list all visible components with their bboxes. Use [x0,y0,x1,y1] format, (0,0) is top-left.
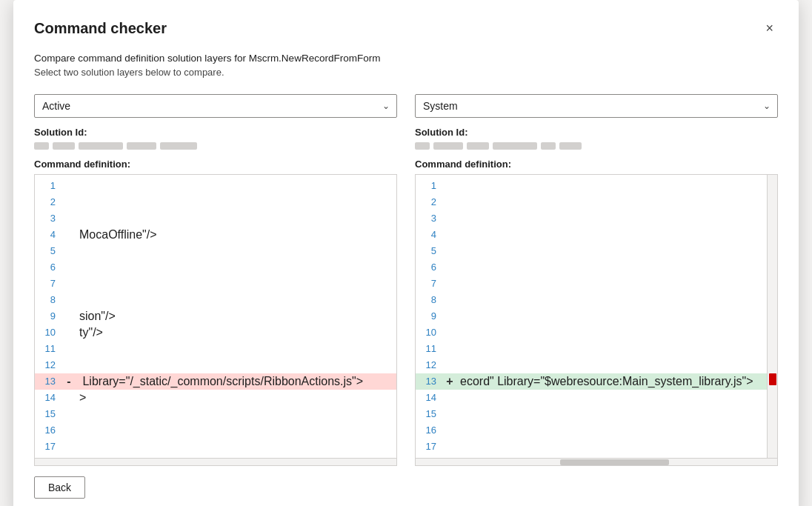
left-diff-marker-2 [61,194,76,210]
right-line-content-1 [457,178,767,194]
right-code-editor[interactable]: 12345678910111213+ecord" Library="$webre… [415,174,778,466]
right-scrollbar-thumb[interactable] [560,459,668,465]
right-diff-marker-9 [442,308,457,324]
left-diff-marker-12 [61,357,76,373]
right-line-3: 3 [416,210,767,227]
right-diff-marker-10 [442,324,457,341]
right-line-number-12: 12 [416,357,442,373]
left-diff-marker-9 [61,308,76,324]
right-diff-marker-8 [442,292,457,308]
left-diff-marker-15 [61,406,76,422]
right-line-content-12 [457,357,767,373]
left-code-lines: 1234MocaOffline"/>56789sion"/>10ty"/>111… [35,175,396,458]
right-line-1: 1 [416,178,767,194]
left-horizontal-scrollbar[interactable] [35,458,396,465]
left-line-content-11 [76,341,396,357]
right-line-number-2: 2 [416,194,442,210]
left-line-content-14: > [76,390,396,406]
right-line-9: 9 [416,308,767,324]
right-diff-marker-13: + [442,373,457,390]
right-diff-marker-6 [442,259,457,276]
left-solution-id-block-1 [34,142,49,150]
right-line-8: 8 [416,292,767,308]
left-line-content-6 [76,259,396,276]
left-line-number-2: 2 [35,194,61,210]
right-diff-marker-1 [442,178,457,194]
left-line-number-9: 9 [35,308,61,324]
right-panel: Active System ⌄ Solution Id: Command def… [415,94,778,466]
left-line-15: 15 [35,406,396,422]
left-line-content-10: ty"/> [76,324,396,341]
left-line-17: 17 [35,439,396,455]
right-line-number-1: 1 [416,178,442,194]
left-dropdown[interactable]: Active System [34,94,397,118]
right-diff-marker-12 [442,357,457,373]
right-diff-marker-16 [442,422,457,439]
right-dropdown[interactable]: Active System [415,94,778,118]
right-line-content-14 [457,390,767,406]
left-solution-id-value [34,142,397,150]
left-diff-marker-7 [61,276,76,292]
left-line-number-14: 14 [35,390,61,406]
sub-description-text: Select two solution layers below to comp… [34,67,778,78]
right-diff-marker-5 [442,243,457,259]
left-diff-marker-1 [61,178,76,194]
right-dropdown-wrapper: Active System ⌄ [415,94,778,118]
left-line-10: 10ty"/> [35,324,396,341]
left-solution-id-block-2 [53,142,75,150]
left-line-number-7: 7 [35,276,61,292]
right-line-content-8 [457,292,767,308]
right-line-number-14: 14 [416,390,442,406]
close-button[interactable]: × [761,18,778,39]
right-line-number-3: 3 [416,210,442,227]
right-line-number-16: 16 [416,422,442,439]
right-scrollbar-diff-mark [769,373,776,385]
right-diff-marker-14 [442,390,457,406]
dialog-header: Command checker × [34,18,778,39]
right-line-content-17 [457,439,767,455]
right-horizontal-scrollbar[interactable] [416,458,777,465]
left-diff-marker-10 [61,324,76,341]
right-line-5: 5 [416,243,767,259]
compare-area: Active System ⌄ Solution Id: Command def… [34,94,778,466]
left-code-scroll[interactable]: 1234MocaOffline"/>56789sion"/>10ty"/>111… [35,175,396,458]
right-line-content-9 [457,308,767,324]
right-line-number-8: 8 [416,292,442,308]
right-diff-marker-3 [442,210,457,227]
left-command-def-label: Command definition: [34,159,397,170]
right-command-def-label: Command definition: [415,159,778,170]
right-diff-marker-17 [442,439,457,455]
right-line-number-10: 10 [416,324,442,341]
left-solution-id-block-5 [160,142,197,150]
right-solution-id-block-6 [559,142,582,150]
left-diff-marker-11 [61,341,76,357]
right-diff-marker-15 [442,406,457,422]
right-line-2: 2 [416,194,767,210]
left-line-number-17: 17 [35,439,61,455]
right-code-lines: 12345678910111213+ecord" Library="$webre… [416,175,767,458]
right-line-7: 7 [416,276,767,292]
command-checker-dialog: Command checker × Compare command defini… [13,0,799,506]
right-code-editor-inner: 12345678910111213+ecord" Library="$webre… [416,175,777,458]
left-line-9: 9sion"/> [35,308,396,324]
left-line-content-4: MocaOffline"/> [76,227,396,243]
left-diff-marker-4 [61,227,76,243]
back-button[interactable]: Back [34,476,85,499]
dialog-footer: Back [34,476,778,499]
right-line-10: 10 [416,324,767,341]
right-line-17: 17 [416,439,767,455]
left-dropdown-wrapper: Active System ⌄ [34,94,397,118]
right-vertical-scrollbar[interactable] [767,175,777,458]
right-line-number-11: 11 [416,341,442,357]
right-diff-marker-2 [442,194,457,210]
left-code-editor[interactable]: 1234MocaOffline"/>56789sion"/>10ty"/>111… [34,174,397,466]
left-line-number-5: 5 [35,243,61,259]
left-line-number-15: 15 [35,406,61,422]
right-line-number-13: 13 [416,373,442,390]
right-diff-marker-11 [442,341,457,357]
left-line-number-6: 6 [35,259,61,276]
left-line-5: 5 [35,243,396,259]
left-solution-id-block-3 [79,142,123,150]
left-line-number-16: 16 [35,422,61,439]
right-code-scroll[interactable]: 12345678910111213+ecord" Library="$webre… [416,175,767,458]
